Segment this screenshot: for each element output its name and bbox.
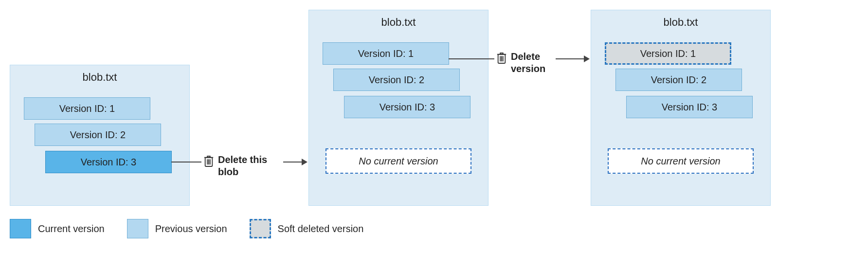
panel-after-delete-version: blob.txt Version ID: 1 Version ID: 2 Ver…: [591, 10, 771, 206]
connector-a-to-b-2: [283, 162, 302, 163]
connector-a-to-b-1: [171, 162, 201, 163]
panel-c-no-current-version: No current version: [608, 148, 754, 174]
diagram-canvas: blob.txt Version ID: 1 Version ID: 2 Ver…: [10, 10, 858, 261]
panel-a-version-3-current: Version ID: 3: [45, 151, 172, 173]
action-delete-blob-label: Delete this blob: [218, 154, 281, 178]
panel-b-version-1: Version ID: 1: [323, 42, 449, 65]
panel-c-version-1-soft-deleted: Version ID: 1: [605, 42, 731, 65]
panel-a-title: blob.txt: [10, 71, 189, 84]
panel-c-version-3: Version ID: 3: [626, 96, 753, 118]
legend-item-previous: Previous version: [127, 219, 227, 238]
connector-b-to-c-2: [556, 58, 584, 59]
connector-b-to-c-1: [449, 58, 494, 59]
connector-b-to-c-arrowhead: [584, 55, 590, 62]
trash-icon: [203, 155, 214, 167]
panel-c-version-2: Version ID: 2: [615, 69, 742, 91]
panel-a-version-2: Version ID: 2: [35, 124, 161, 146]
panel-initial-state: blob.txt Version ID: 1 Version ID: 2 Ver…: [10, 65, 190, 206]
swatch-previous-version: [127, 219, 148, 238]
trash-icon: [496, 52, 507, 64]
panel-b-no-current-version: No current version: [326, 148, 471, 174]
panel-b-version-3: Version ID: 3: [344, 96, 470, 118]
swatch-soft-deleted-version: [250, 219, 271, 238]
swatch-current-version: [10, 219, 31, 238]
panel-a-version-1: Version ID: 1: [24, 97, 150, 120]
panel-c-title: blob.txt: [591, 16, 770, 29]
action-delete-version-label: Delete version: [511, 51, 555, 75]
panel-b-title: blob.txt: [309, 16, 488, 29]
legend-item-soft-deleted: Soft deleted version: [250, 219, 364, 238]
connector-a-to-b-arrowhead: [302, 159, 307, 165]
legend: Current version Previous version Soft de…: [10, 219, 363, 238]
legend-item-current: Current version: [10, 219, 105, 238]
panel-after-delete-blob: blob.txt Version ID: 1 Version ID: 2 Ver…: [308, 10, 488, 206]
panel-b-version-2: Version ID: 2: [333, 69, 460, 91]
